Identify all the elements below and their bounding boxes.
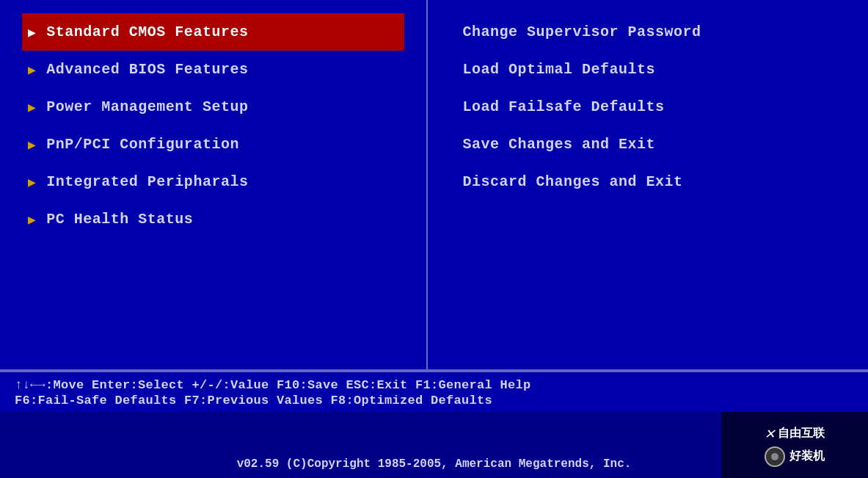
- watermark-x-icon: ✕: [765, 424, 774, 443]
- left-menu-label-4: Integrated Peripharals: [46, 173, 248, 190]
- left-menu-item-1[interactable]: ▶Advanced BIOS Features: [22, 51, 404, 88]
- left-menu-item-0[interactable]: ▶Standard CMOS Features: [22, 13, 404, 51]
- bios-version: v02.59 (C)Copyright 1985-2005, American …: [237, 457, 632, 471]
- left-menu-label-1: Advanced BIOS Features: [46, 61, 248, 78]
- watermark-top: ✕ 自由互联: [765, 424, 824, 443]
- right-column: Change Supervisor PasswordLoad Optimal D…: [428, 0, 869, 369]
- right-menu-item-4[interactable]: Discard Changes and Exit: [457, 163, 839, 200]
- left-menu-label-3: PnP/PCI Configuration: [46, 136, 239, 153]
- watermark-sub-name: 好装机: [789, 449, 825, 464]
- right-menu-item-0[interactable]: Change Supervisor Password: [457, 13, 839, 51]
- arrow-icon-3: ▶: [28, 137, 36, 153]
- watermark-circle-icon: [765, 446, 785, 467]
- right-menu-item-2[interactable]: Load Failsafe Defaults: [457, 88, 839, 126]
- right-menu-item-3[interactable]: Save Changes and Exit: [457, 126, 839, 163]
- left-menu-label-5: PC Health Status: [46, 211, 193, 228]
- watermark: ✕ 自由互联 好装机: [721, 412, 868, 478]
- left-menu-item-3[interactable]: ▶PnP/PCI Configuration: [22, 126, 404, 163]
- footer-area: v02.59 (C)Copyright 1985-2005, American …: [0, 412, 868, 478]
- key-hints-line1: ↑↓←→:Move Enter:Select +/-/:Value F10:Sa…: [15, 378, 853, 392]
- left-column: ▶Standard CMOS Features▶Advanced BIOS Fe…: [0, 0, 428, 369]
- watermark-brand-name: 自由互联: [778, 426, 825, 441]
- left-menu-item-5[interactable]: ▶PC Health Status: [22, 200, 404, 238]
- arrow-icon-0: ▶: [28, 24, 36, 40]
- right-menu-item-1[interactable]: Load Optimal Defaults: [457, 51, 839, 88]
- main-area: ▶Standard CMOS Features▶Advanced BIOS Fe…: [0, 0, 868, 371]
- left-menu-label-2: Power Management Setup: [46, 98, 248, 115]
- arrow-icon-1: ▶: [28, 62, 36, 78]
- key-hints-bar: ↑↓←→:Move Enter:Select +/-/:Value F10:Sa…: [0, 371, 868, 412]
- arrow-icon-2: ▶: [28, 99, 36, 115]
- bios-screen: ▶Standard CMOS Features▶Advanced BIOS Fe…: [0, 0, 868, 478]
- left-menu-item-4[interactable]: ▶Integrated Peripharals: [22, 163, 404, 200]
- arrow-icon-4: ▶: [28, 174, 36, 190]
- key-hints-line2: F6:Fail-Safe Defaults F7:Previous Values…: [15, 394, 853, 408]
- watermark-bottom: 好装机: [765, 446, 825, 467]
- left-menu-item-2[interactable]: ▶Power Management Setup: [22, 88, 404, 126]
- arrow-icon-5: ▶: [28, 211, 36, 228]
- left-menu-label-0: Standard CMOS Features: [46, 23, 248, 40]
